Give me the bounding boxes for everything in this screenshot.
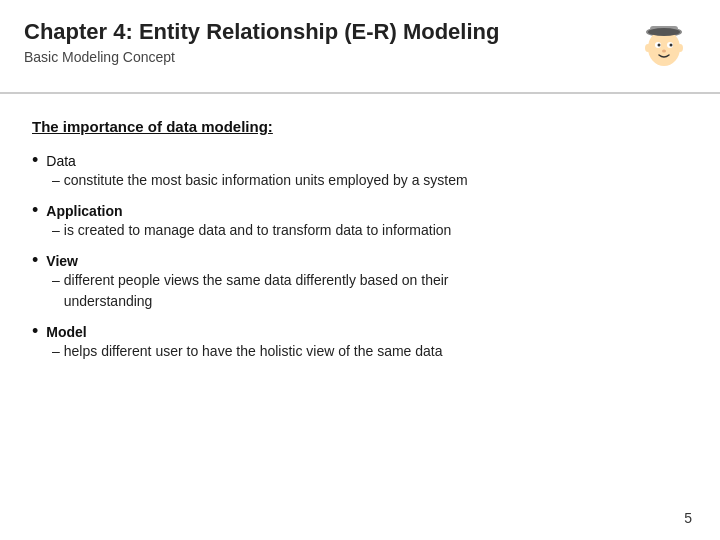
bullet-list: • Data –constitute the most basic inform… [32, 151, 688, 362]
svg-point-8 [645, 44, 651, 52]
bullet-label-model: Model [46, 324, 86, 340]
bullet-item-model: • Model –helps different user to have th… [32, 322, 688, 362]
bullet-label-application: Application [46, 203, 122, 219]
svg-point-9 [677, 44, 683, 52]
bullet-header-view: • View [32, 251, 688, 269]
avatar [632, 18, 696, 82]
bullet-desc-application: –is created to manage data and to transf… [52, 220, 688, 241]
bullet-item-view: • View –different people views the same … [32, 251, 688, 312]
page-number: 5 [684, 510, 692, 526]
section-title: The importance of data modeling: [32, 118, 688, 135]
bullet-label-data: Data [46, 153, 76, 169]
bullet-item-data: • Data –constitute the most basic inform… [32, 151, 688, 191]
slide: Chapter 4: Entity Relationship (E-R) Mod… [0, 0, 720, 540]
bullet-desc-model: –helps different user to have the holist… [52, 341, 688, 362]
svg-point-7 [662, 50, 666, 53]
bullet-header-model: • Model [32, 322, 688, 340]
bullet-desc-data: –constitute the most basic information u… [52, 170, 688, 191]
bullet-dot-2: • [32, 201, 38, 219]
slide-title: Chapter 4: Entity Relationship (E-R) Mod… [24, 18, 499, 47]
bullet-header-application: • Application [32, 201, 688, 219]
slide-subtitle: Basic Modeling Concept [24, 49, 499, 65]
bullet-dot: • [32, 151, 38, 169]
svg-point-10 [648, 28, 680, 36]
bullet-item-application: • Application –is created to manage data… [32, 201, 688, 241]
svg-point-5 [658, 44, 661, 47]
bullet-label-view: View [46, 253, 78, 269]
bullet-desc-view: –different people views the same data di… [52, 270, 688, 312]
svg-point-6 [670, 44, 673, 47]
bullet-dot-4: • [32, 322, 38, 340]
slide-content: The importance of data modeling: • Data … [0, 94, 720, 540]
header-text: Chapter 4: Entity Relationship (E-R) Mod… [24, 18, 499, 65]
bullet-dot-3: • [32, 251, 38, 269]
bullet-header-data: • Data [32, 151, 688, 169]
slide-header: Chapter 4: Entity Relationship (E-R) Mod… [0, 0, 720, 94]
